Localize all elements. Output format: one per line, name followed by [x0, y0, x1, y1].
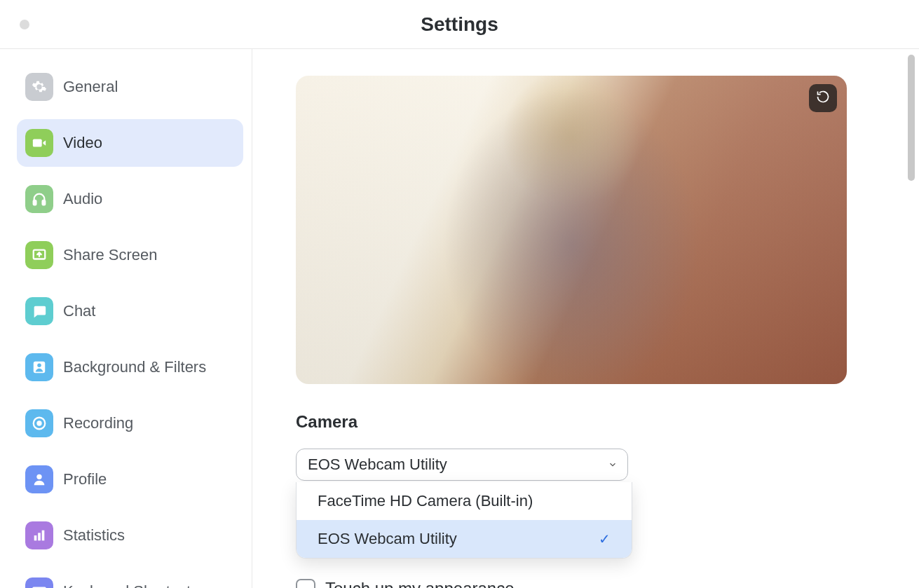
scrollbar-thumb[interactable] [908, 55, 915, 181]
sidebar-item-video[interactable]: Video [17, 119, 243, 167]
sidebar-item-label: Statistics [63, 526, 125, 545]
chevron-down-icon [608, 456, 618, 474]
settings-sidebar: GeneralVideoAudioShare ScreenChatBackgro… [0, 49, 252, 588]
sidebar-item-label: Video [63, 134, 102, 152]
svg-rect-1 [34, 200, 36, 205]
record-icon [25, 409, 53, 437]
sidebar-item-label: Background & Filters [63, 358, 206, 376]
keyboard-icon [25, 577, 53, 588]
window-title: Settings [0, 13, 919, 36]
sidebar-item-recording[interactable]: Recording [17, 399, 243, 447]
camera-option-label: EOS Webcam Utility [318, 530, 457, 548]
chat-icon [25, 297, 53, 325]
svg-point-7 [36, 421, 41, 425]
svg-rect-0 [33, 139, 42, 147]
sidebar-item-label: Recording [63, 414, 133, 432]
rotate-camera-button[interactable] [809, 84, 837, 112]
camera-dropdown: FaceTime HD Camera (Built-in)EOS Webcam … [296, 482, 632, 559]
svg-rect-9 [34, 535, 37, 540]
settings-content: Camera EOS Webcam Utility FaceTime HD Ca… [252, 49, 919, 588]
sidebar-item-share[interactable]: Share Screen [17, 231, 243, 279]
rotate-icon [816, 90, 830, 107]
gear-icon [25, 73, 53, 101]
sidebar-item-statistics[interactable]: Statistics [17, 512, 243, 559]
share-screen-icon [25, 241, 53, 269]
touch-up-checkbox[interactable] [296, 579, 315, 588]
camera-section-label: Camera [296, 412, 876, 432]
sidebar-item-chat[interactable]: Chat [17, 287, 243, 335]
camera-select[interactable]: EOS Webcam Utility [296, 449, 628, 481]
sidebar-item-bgfilters[interactable]: Background & Filters [17, 343, 243, 391]
sidebar-item-label: Keyboard Shortcuts [63, 582, 198, 588]
window-control-dot[interactable] [20, 20, 29, 29]
camera-option-label: FaceTime HD Camera (Built-in) [318, 492, 533, 510]
bar-chart-icon [25, 521, 53, 549]
sidebar-item-label: Share Screen [63, 246, 158, 264]
camera-option[interactable]: FaceTime HD Camera (Built-in) [297, 482, 632, 520]
camera-select-value: EOS Webcam Utility [308, 456, 447, 474]
check-icon: ✓ [599, 531, 611, 547]
sidebar-item-general[interactable]: General [17, 63, 243, 111]
svg-rect-10 [38, 533, 41, 540]
window-titlebar: Settings [0, 0, 919, 49]
video-icon [25, 129, 53, 157]
sidebar-item-label: Chat [63, 302, 95, 320]
sidebar-item-label: General [63, 78, 118, 96]
svg-point-8 [36, 474, 41, 479]
svg-rect-2 [43, 200, 46, 205]
person-icon [25, 465, 53, 493]
sidebar-item-profile[interactable]: Profile [17, 456, 243, 503]
sidebar-item-label: Audio [63, 190, 102, 208]
sidebar-item-label: Profile [63, 470, 107, 488]
camera-preview [296, 76, 847, 384]
svg-point-5 [37, 364, 41, 368]
sidebar-item-keyboard[interactable]: Keyboard Shortcuts [17, 568, 243, 588]
sidebar-item-audio[interactable]: Audio [17, 175, 243, 223]
svg-rect-11 [42, 531, 45, 541]
headphones-icon [25, 185, 53, 213]
camera-option[interactable]: EOS Webcam Utility✓ [297, 520, 632, 558]
background-icon [25, 353, 53, 381]
touch-up-label: Touch up my appearance [325, 579, 515, 588]
